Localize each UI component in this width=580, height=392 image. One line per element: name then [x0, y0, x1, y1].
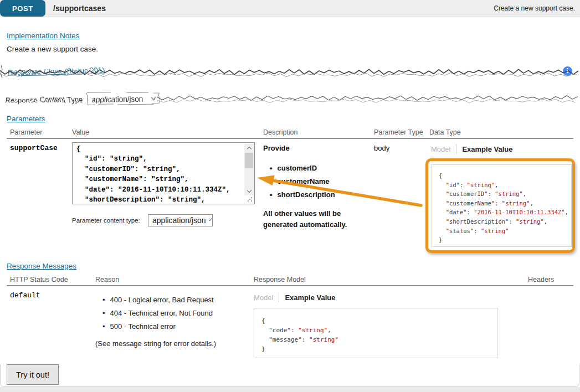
col-http-status-code: HTTP Status Code	[10, 276, 68, 283]
endpoint-path[interactable]: /supportcases	[53, 4, 106, 13]
description-note: All other values will be generated autom…	[263, 208, 357, 230]
parameter-content-type-value: application/json	[152, 216, 206, 225]
supportcase-value-textarea[interactable]: { "id": "string", "customerID": "string"…	[72, 142, 255, 204]
col-data-type: Data Type	[429, 128, 461, 136]
col-description: Description	[263, 128, 298, 136]
reason-item: • 404 - Technical error, Not Found	[102, 309, 213, 317]
tab-divider	[279, 292, 279, 302]
parameters-link[interactable]: Parameters	[7, 115, 45, 123]
description-bullet: • shortDescription	[270, 190, 335, 199]
tab-example-value[interactable]: Example Value	[285, 293, 335, 302]
resize-grip-icon[interactable]	[247, 197, 253, 202]
page-footer	[0, 387, 580, 392]
http-method-badge[interactable]: POST	[0, 0, 45, 17]
bullet-icon: •	[270, 191, 273, 199]
reason-item: • 400 - Logical error, Bad Request	[102, 296, 214, 304]
chevron-down-icon	[209, 218, 212, 221]
supportcase-value-text: { "id": "string", "customerID": "string"…	[76, 144, 243, 203]
reason-note: (See message string for error details.)	[95, 339, 216, 348]
respmsg-header-rule	[7, 285, 573, 286]
parameter-type-value: body	[374, 144, 389, 152]
response-messages-link[interactable]: Response Messages	[7, 262, 76, 270]
data-type-tabs: Model Example Value	[431, 144, 512, 154]
scrollbar-thumb[interactable]	[245, 153, 253, 168]
params-header-rule	[7, 138, 573, 139]
chevron-down-icon	[151, 95, 156, 100]
scroll-down-icon[interactable]	[244, 187, 254, 195]
reason-item: • 500 - Technical error	[102, 322, 176, 331]
example-value-json-box: { "id": "string", "customerID": "string"…	[432, 164, 572, 247]
tab-model[interactable]: Model	[254, 293, 273, 302]
response-content-type-label: Response Content Type	[6, 95, 83, 104]
response-class-link[interactable]: Response Class (Status 201)	[8, 66, 105, 76]
col-headers: Headers	[528, 276, 554, 283]
swagger-operation-page: POST /supportcases Create a new support …	[0, 0, 580, 392]
col-value: Value	[72, 128, 89, 136]
tab-example-value[interactable]: Example Value	[462, 145, 512, 153]
bullet-icon: •	[270, 164, 273, 172]
tab-divider	[456, 144, 456, 154]
description-intro: Provide	[263, 144, 290, 152]
bullet-icon: •	[102, 322, 105, 331]
response-model-json-box: { "code": "string", "message": "string"}	[254, 308, 497, 358]
status-code-default: default	[10, 291, 40, 300]
response-content-type-row: Response Content Type application/json	[6, 91, 160, 107]
scroll-up-icon[interactable]	[244, 143, 254, 152]
col-response-model: Response Model	[254, 276, 306, 283]
col-reason: Reason	[95, 276, 119, 283]
implementation-notes-text: Create a new support case.	[7, 45, 98, 53]
response-content-type-select[interactable]: application/json	[87, 92, 160, 105]
textarea-scrollbar[interactable]	[244, 143, 254, 195]
info-icon: i	[563, 66, 572, 76]
implementation-notes-link[interactable]: Implementation Notes	[7, 32, 79, 40]
col-parameter: Parameter	[10, 128, 42, 136]
parameter-content-type-label: Parameter content type:	[72, 217, 140, 224]
try-it-out-button[interactable]: Try it out!	[7, 364, 59, 385]
description-bullet: • customerName	[270, 177, 330, 185]
description-bullet: • customerID	[270, 164, 317, 172]
bullet-icon: •	[102, 309, 105, 317]
response-content-type-value: application/json	[91, 94, 143, 103]
response-model-tabs: Model Example Value	[254, 292, 335, 302]
parameter-name-supportcase: supportCase	[10, 144, 58, 152]
col-parameter-type: Parameter Type	[374, 128, 423, 136]
content-panel-edge	[0, 364, 579, 387]
bullet-icon: •	[270, 178, 273, 185]
bullet-icon: •	[102, 296, 105, 304]
tab-model[interactable]: Model	[431, 145, 450, 153]
parameter-content-type-select[interactable]: application/json	[148, 214, 213, 226]
operation-summary: Create a new support case.	[494, 4, 575, 12]
